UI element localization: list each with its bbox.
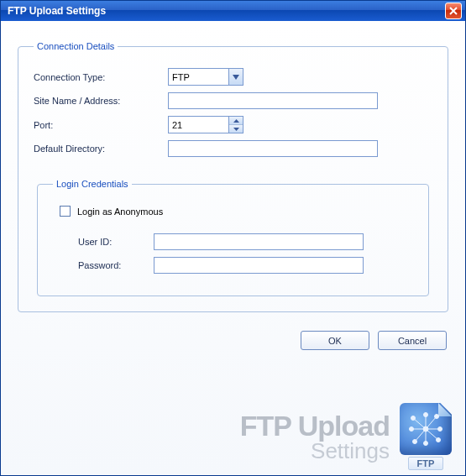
footer-line1: FTP Upload [240,411,390,440]
user-input[interactable] [154,233,364,250]
login-credentials-legend: Login Credentials [53,179,132,189]
content-area: Connection Details Connection Type: Site… [1,21,465,475]
svg-line-0 [413,418,438,440]
svg-point-7 [413,440,417,444]
titlebar: FTP Upload Settings [1,1,465,21]
port-spin-down[interactable] [229,125,243,133]
connection-details-legend: Connection Details [34,41,118,51]
port-row: Port: [34,116,432,133]
close-icon [449,7,458,15]
password-label: Password: [53,260,154,270]
login-credentials-group: Login Credentials Login as Anonymous Use… [37,179,429,296]
svg-point-12 [423,426,428,432]
footer-icon: FTP [396,403,455,470]
svg-point-10 [410,427,414,432]
default-dir-input[interactable] [168,140,378,157]
anonymous-checkbox[interactable] [60,206,71,217]
chevron-up-icon [233,119,239,123]
connection-type-row: Connection Type: [34,68,432,86]
cancel-button[interactable]: Cancel [378,331,447,350]
svg-point-8 [424,413,428,417]
anonymous-row: Login as Anonymous [60,206,413,217]
connection-details-group: Connection Details Connection Type: Site… [18,41,448,312]
anonymous-label: Login as Anonymous [77,207,163,217]
connection-type-label: Connection Type: [34,72,168,82]
ok-button[interactable]: OK [301,331,369,350]
globe-page-icon [400,403,452,455]
svg-point-11 [438,427,442,432]
site-input[interactable] [168,92,378,109]
svg-point-6 [435,415,439,419]
svg-point-4 [411,416,416,421]
port-spin-up[interactable] [229,117,243,125]
port-spinner[interactable] [168,116,243,133]
user-label: User ID: [53,237,154,247]
footer-text: FTP Upload Settings [240,411,390,462]
ftp-badge: FTP [408,457,443,470]
page-fold-icon [438,403,452,416]
port-spin-buttons [228,117,243,133]
svg-point-9 [424,442,428,446]
svg-line-1 [415,416,437,442]
site-row: Site Name / Address: [34,92,432,109]
svg-point-5 [437,438,441,442]
default-dir-row: Default Directory: [34,140,432,157]
network-icon [408,411,443,447]
port-label: Port: [34,120,168,130]
footer-line2: Settings [240,440,390,462]
default-dir-label: Default Directory: [34,144,168,154]
footer-art: FTP Upload Settings [240,403,455,470]
ftp-settings-window: FTP Upload Settings Connection Details C… [0,0,466,476]
window-title: FTP Upload Settings [8,5,445,17]
password-input[interactable] [154,257,364,274]
close-button[interactable] [445,3,462,19]
user-row: User ID: [53,233,413,250]
chevron-down-icon [233,75,239,80]
connection-type-dropdown-button[interactable] [228,69,243,85]
password-row: Password: [53,257,413,274]
chevron-down-icon [233,128,239,131]
connection-type-select[interactable] [168,68,243,86]
site-label: Site Name / Address: [34,96,168,106]
dialog-buttons: OK Cancel [18,327,448,350]
